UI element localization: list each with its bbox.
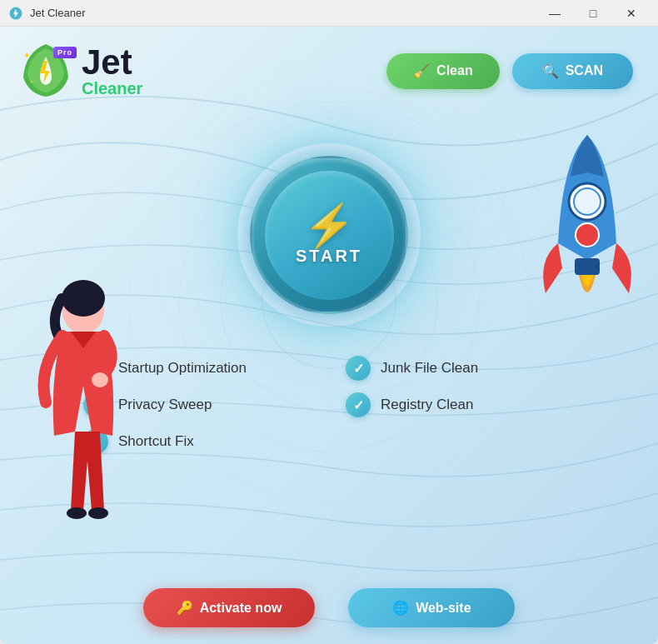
features-grid: Startup Optimization Junk File Clean Pri…: [83, 356, 575, 454]
svg-rect-12: [575, 258, 600, 275]
website-button[interactable]: 🌐 Web-site: [348, 588, 515, 627]
svg-point-7: [92, 372, 108, 387]
logo-jet: Jet: [82, 45, 142, 80]
check-icon-registry: [346, 392, 371, 417]
clean-icon: 🧹: [413, 63, 430, 79]
feature-junk-label: Junk File Clean: [381, 360, 478, 377]
start-inner: ⚡ START: [265, 171, 394, 300]
svg-point-6: [62, 280, 105, 317]
activate-button[interactable]: 🔑 Activate now: [143, 588, 316, 627]
website-label: Web-site: [416, 601, 471, 616]
minimize-button[interactable]: —: [536, 0, 573, 27]
start-outer-ring[interactable]: ⚡ START: [250, 156, 408, 314]
feature-registry: Registry Clean: [346, 392, 575, 417]
start-button-container: ⚡ START: [237, 143, 421, 327]
app-icon: [8, 6, 23, 21]
maximize-button[interactable]: □: [575, 0, 611, 27]
woman-illustration: [25, 269, 142, 536]
bottom-buttons: 🔑 Activate now 🌐 Web-site: [0, 588, 658, 627]
clean-label: Clean: [436, 63, 473, 78]
scan-label: SCAN: [566, 63, 603, 78]
svg-text:✦: ✦: [29, 79, 33, 84]
pro-badge: Pro: [53, 47, 77, 58]
window-controls: — □ ✕: [536, 0, 650, 27]
window-title: Jet Cleaner: [30, 7, 536, 19]
key-icon: 🔑: [177, 600, 193, 616]
svg-point-11: [574, 188, 601, 215]
header-buttons: 🧹 Clean 🔍 SCAN: [386, 53, 633, 89]
feature-registry-label: Registry Clean: [381, 397, 474, 413]
svg-point-13: [576, 223, 599, 247]
svg-text:✦: ✦: [23, 51, 30, 60]
start-glow: ⚡ START: [237, 143, 421, 327]
logo-wrapper: ✦ ✦ ✦ Pro: [17, 40, 75, 102]
title-bar: Jet Cleaner — □ ✕: [0, 0, 658, 27]
logo-container: ✦ ✦ ✦ Pro Jet Cleaner: [17, 40, 142, 102]
scan-icon: 🔍: [542, 63, 559, 79]
header: ✦ ✦ ✦ Pro Jet Cleaner 🧹 Clean 🔍 SCAN: [0, 27, 658, 110]
website-icon: 🌐: [392, 600, 409, 616]
close-button[interactable]: ✕: [613, 0, 650, 27]
rocket-illustration: [533, 127, 641, 360]
logo-text: Jet Cleaner: [82, 45, 142, 97]
app-window: ✦ ✦ ✦ Pro Jet Cleaner 🧹 Clean 🔍 SCAN: [0, 27, 658, 644]
activate-label: Activate now: [200, 601, 282, 616]
clean-button[interactable]: 🧹 Clean: [386, 53, 500, 89]
check-icon-junk: [346, 356, 371, 381]
scan-button[interactable]: 🔍 SCAN: [512, 53, 633, 89]
svg-point-8: [67, 507, 87, 519]
svg-point-9: [88, 507, 108, 519]
logo-cleaner: Cleaner: [82, 80, 142, 97]
lightning-icon: ⚡: [303, 205, 355, 247]
